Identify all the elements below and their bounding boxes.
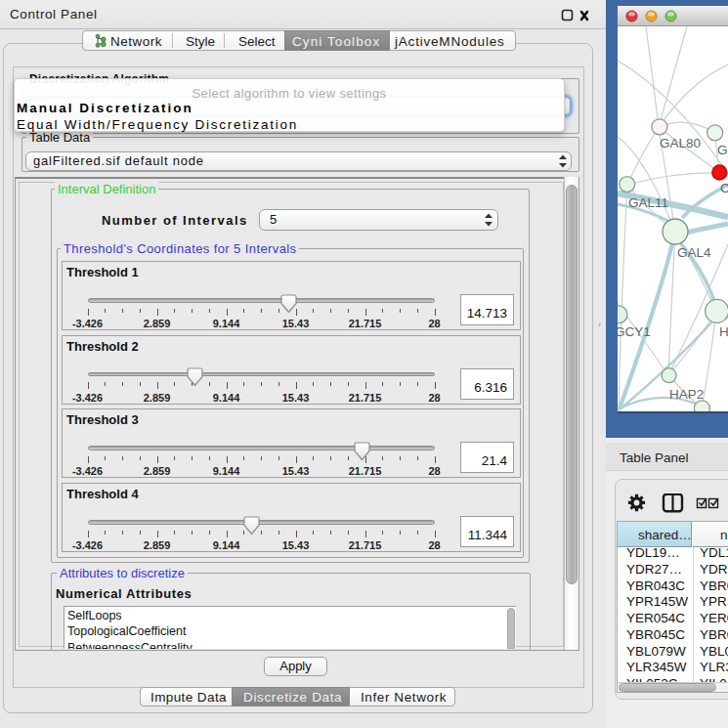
- svg-text:GCY1: GCY1: [618, 324, 651, 339]
- svg-text:C: C: [720, 181, 728, 195]
- svg-text:HAP2: HAP2: [669, 387, 704, 402]
- svg-text:GAL11: GAL11: [628, 195, 668, 210]
- svg-text:GAL4: GAL4: [677, 245, 711, 260]
- svg-text:G.: G.: [717, 143, 728, 157]
- svg-text:GAL80: GAL80: [660, 136, 701, 150]
- svg-text:H: H: [719, 324, 728, 339]
